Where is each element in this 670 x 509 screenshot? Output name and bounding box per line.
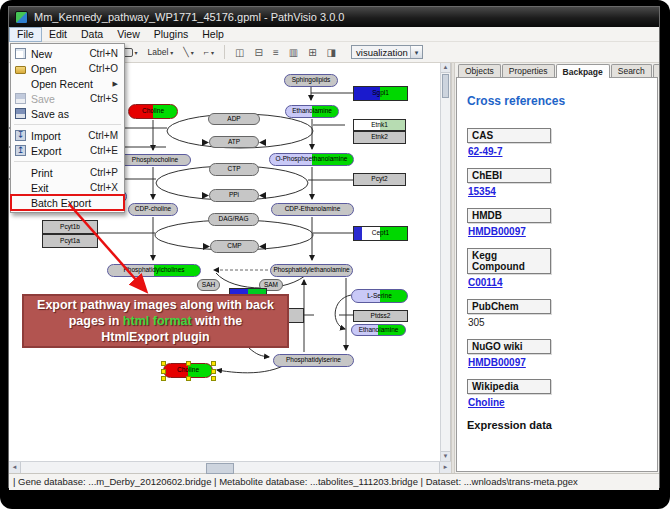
pathway-node-cept1[interactable]: Cept1	[353, 226, 408, 241]
menu-item-new[interactable]: NewCtrl+N	[11, 46, 124, 61]
vertical-scroll-thumb[interactable]	[442, 74, 449, 98]
expression-data-heading: Expression data	[467, 419, 657, 431]
pathway-node-ptdss2[interactable]: Ptdss2	[353, 310, 408, 322]
selection-handle[interactable]	[161, 369, 166, 374]
backpage-content: Cross references CAS62-49-7ChEBI15354HMD…	[456, 77, 658, 472]
selection-handle[interactable]	[186, 361, 191, 366]
node-label: Etnk1	[371, 122, 388, 129]
xref-link[interactable]: HMDB00097	[468, 357, 657, 368]
align-center-vertical-button[interactable]: ⊟	[251, 43, 267, 61]
chevron-down-icon[interactable]: ▾	[410, 46, 422, 58]
menu-icon-placeholder	[15, 167, 26, 178]
menu-item-open-recent[interactable]: Open Recent▶	[11, 76, 124, 91]
pathway-node-ctp[interactable]: CTP	[209, 163, 259, 176]
pathway-node-cdp-ethanolamine[interactable]: CDP-Ethanolamine	[271, 203, 354, 216]
stack-vertical-button[interactable]: ◨	[323, 43, 340, 61]
label-tool-button[interactable]: Label▾	[144, 43, 178, 61]
menubar-item-help[interactable]: Help	[195, 27, 231, 42]
pathway-node-choline-selected[interactable]: Choline	[163, 363, 213, 378]
pathway-node-etnk2[interactable]: Etnk2	[353, 131, 406, 144]
xref-link[interactable]: C00114	[468, 277, 657, 288]
canvas-vertical-scrollbar[interactable]: ▲ ▼	[440, 63, 450, 461]
visualization-combobox[interactable]: visualization ▾	[351, 45, 423, 59]
menu-icon-placeholder	[15, 197, 26, 208]
menubar-item-plugins[interactable]: Plugins	[147, 27, 195, 42]
menu-icon-placeholder	[15, 182, 26, 193]
submenu-arrow-icon: ▶	[101, 80, 118, 88]
pathway-node-ppi[interactable]: PPi	[209, 189, 259, 202]
scroll-right-icon[interactable]: ►	[439, 462, 451, 473]
pathway-node-etnk1[interactable]: Etnk1	[353, 119, 406, 131]
xref-link[interactable]: 15354	[468, 186, 657, 197]
open-folder-icon	[15, 66, 26, 74]
scroll-left-icon[interactable]: ◄	[9, 462, 21, 473]
pathway-node-cmp[interactable]: CMP	[210, 240, 259, 253]
menubar-item-data[interactable]: Data	[74, 27, 110, 42]
pathway-node-ethanolamine-right[interactable]: Ethanolamine	[351, 324, 406, 336]
menu-item-exit[interactable]: ExitCtrl+X	[11, 180, 124, 195]
pathway-node-sphingolipids[interactable]: Sphingolipids	[284, 74, 338, 87]
stack-horizontal-button[interactable]: ⊞	[304, 43, 320, 61]
pathway-node-pcyt1a[interactable]: Pcyt1a	[42, 234, 98, 248]
scroll-up-icon[interactable]: ▲	[441, 63, 450, 73]
alignment-button-group: ◫⊟≡▥⊞◨	[230, 43, 341, 61]
menubar-item-file[interactable]: File	[9, 27, 42, 42]
tab-search[interactable]: Search	[611, 64, 652, 77]
pathway-node-phosphatidylcholines[interactable]: Phosphatidylcholines	[107, 264, 201, 277]
xref-section-wikipedia: WikipediaCholine	[467, 379, 657, 408]
node-label: Ethanolamine	[292, 108, 332, 115]
menu-item-print[interactable]: PrintCtrl+P	[11, 165, 124, 180]
horizontal-scroll-thumb[interactable]	[206, 463, 234, 474]
pathway-node-dag[interactable]: DAG/RAG	[208, 213, 259, 226]
node-label: SAH	[202, 282, 215, 289]
pathway-node-sgpl1[interactable]: Sgpl1	[353, 86, 408, 101]
pathway-node-l-serine[interactable]: L-Serine	[351, 289, 408, 303]
selection-handle[interactable]	[186, 376, 191, 381]
pathway-node-pcyt2[interactable]: Pcyt2	[353, 173, 406, 186]
title-bar[interactable]: Mm_Kennedy_pathway_WP1771_45176.gpml - P…	[9, 7, 659, 27]
screenshot-frame: Mm_Kennedy_pathway_WP1771_45176.gpml - P…	[0, 0, 670, 509]
tab-legend[interactable]: Legend	[653, 64, 659, 77]
connector-tool-button[interactable]: ⌐▾	[200, 43, 218, 61]
tab-backpage[interactable]: Backpage	[556, 64, 610, 78]
selection-handle[interactable]	[161, 361, 166, 366]
pathway-node-sah[interactable]: SAH	[197, 279, 220, 291]
pathway-node-ethanolamine-top[interactable]: Ethanolamine	[285, 105, 339, 118]
tab-properties[interactable]: Properties	[502, 64, 555, 77]
xref-link[interactable]: 62-49-7	[468, 146, 657, 157]
canvas-horizontal-scrollbar[interactable]: ◄ ►	[9, 461, 451, 473]
pathway-node-o-phosphoethanolamine[interactable]: O-Phosphoethanolamine	[269, 153, 354, 166]
line-tool-button[interactable]: ╲▾	[179, 43, 197, 61]
distribute-vertical-button[interactable]: ▥	[285, 43, 302, 61]
xref-link[interactable]: HMDB00097	[468, 226, 657, 237]
pathway-node-phosphatidylserine[interactable]: Phosphatidylserine	[273, 354, 354, 367]
menu-item-batch-export[interactable]: Batch Export	[11, 195, 124, 210]
menubar-item-view[interactable]: View	[110, 27, 147, 42]
pathway-node-cdp-choline[interactable]: CDP-choline	[128, 203, 178, 216]
menu-item-export[interactable]: ExportCtrl+E	[11, 143, 124, 158]
distribute-horizontal-button[interactable]: ≡	[269, 43, 283, 61]
selection-handle[interactable]	[211, 361, 216, 366]
node-label: Pcyt1a	[60, 238, 80, 245]
pathway-node-phosphatidylethanolamine[interactable]: Phosphatidylethanolamine	[270, 264, 353, 277]
selection-handle[interactable]	[211, 369, 216, 374]
scroll-down-icon[interactable]: ▼	[441, 451, 450, 461]
node-label: ADP	[227, 116, 240, 123]
menu-item-label: Save as	[31, 108, 69, 120]
tab-objects[interactable]: Objects	[458, 64, 501, 77]
pathway-node-adp[interactable]: ADP	[208, 113, 260, 125]
pathway-node-pcyt1b[interactable]: Pcyt1b	[42, 220, 98, 234]
menu-item-save[interactable]: SaveCtrl+S	[11, 91, 124, 106]
pathway-node-phosphocholine[interactable]: Phosphocholine	[119, 154, 191, 166]
align-center-horizontal-button[interactable]: ◫	[231, 43, 248, 61]
pathway-node-atp[interactable]: ATP	[209, 136, 259, 148]
xref-link[interactable]: Choline	[468, 397, 657, 408]
pathway-node-choline-top[interactable]: Choline	[128, 104, 178, 119]
menubar-item-edit[interactable]: Edit	[42, 27, 74, 42]
menu-item-import[interactable]: ImportCtrl+M	[11, 128, 124, 143]
node-label: Sgpl1	[372, 90, 389, 97]
menu-item-open[interactable]: OpenCtrl+O	[11, 61, 124, 76]
menu-item-save-as[interactable]: Save as	[11, 106, 124, 121]
selection-handle[interactable]	[211, 376, 216, 381]
selection-handle[interactable]	[161, 376, 166, 381]
